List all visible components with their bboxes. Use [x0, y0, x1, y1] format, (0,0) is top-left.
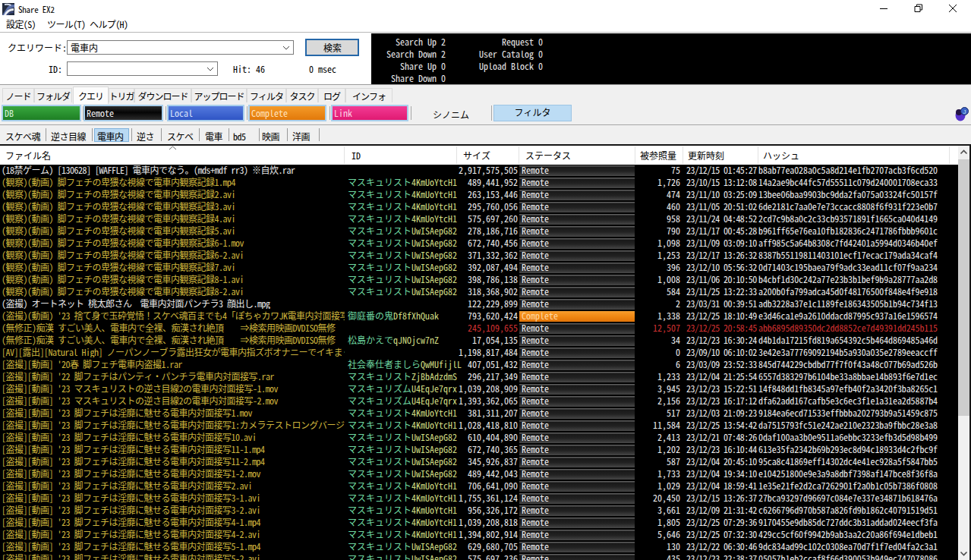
svg-text:J: J — [963, 109, 966, 115]
